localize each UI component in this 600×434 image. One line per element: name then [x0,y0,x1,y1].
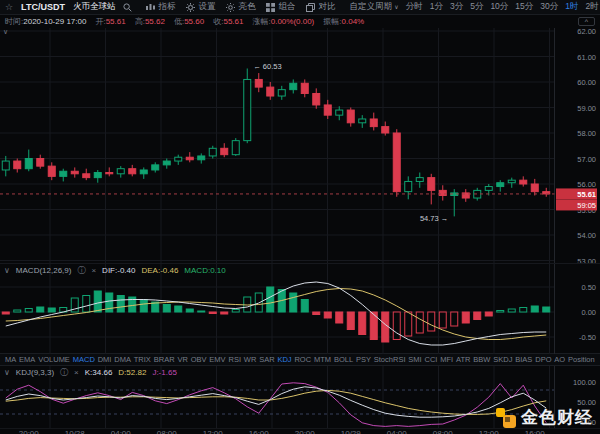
price-axis-label: 58.00 [577,129,596,138]
close-icon[interactable]: × [74,368,79,377]
ohlc-field: 收:55.61 [213,16,243,27]
macd-value: DIF:-0.40 [102,266,135,275]
tab-RSI[interactable]: RSI [228,355,241,364]
tab-ROC[interactable]: ROC [294,355,311,364]
exchange-name: 火币全球站 [73,1,116,13]
price-axis-label: 60.00 [577,78,596,87]
time-axis-label: 20:00 [19,429,39,434]
period-button-3分[interactable]: 3分 [450,1,463,13]
tab-EMA[interactable]: EMA [19,355,35,364]
ohlc-field-label: 振幅: [323,17,341,26]
tab-MACD[interactable]: MACD [73,355,95,364]
ohlc-field: 高:55.62 [135,16,165,27]
toolbar-kline-button[interactable]: 指标 [146,1,175,13]
tab-SKDJ[interactable]: SKDJ [493,355,512,364]
close-icon[interactable]: × [91,266,96,275]
kdj-header: ∨KDJ(9,3,3)ⓘ×K:34.66D:52.82J:-1.65 [4,367,177,378]
kdj-collapse-icon[interactable]: ∨ [4,368,10,377]
period-button-10分[interactable]: 10分 [490,1,508,13]
toolbar-sun-button[interactable]: 亮色 [226,1,255,13]
tab-OBV[interactable]: OBV [191,355,207,364]
toolbar-gear-button[interactable]: 设置 [186,1,215,13]
period-button-1时[interactable]: 1时 [565,1,578,13]
ohlc-field-value: 0.04% [342,17,365,26]
tab-StochRSI[interactable]: StochRSI [374,355,406,364]
chart-toolbar: ☆ LTC/USDT 火币全球站 指标设置亮色组合对比 自定义周期 ∨ 分时1分… [0,0,600,15]
macd-value: DEA:-0.46 [141,266,178,275]
toolbar-grid-button[interactable]: 组合 [266,1,295,13]
tab-BOLL[interactable]: BOLL [334,355,353,364]
tab-BRAR[interactable]: BRAR [154,355,175,364]
tab-SMI[interactable]: SMI [408,355,421,364]
current-price-tag: 55.61 [577,190,596,199]
tab-SAR[interactable]: SAR [259,355,274,364]
period-button-15分[interactable]: 15分 [515,1,533,13]
info-icon[interactable]: ⓘ [77,265,85,276]
period-button-2时[interactable]: 2时 [586,1,599,13]
kdj-value: D:52.82 [118,368,146,377]
collapse-panel-button[interactable]: ^ [578,17,595,26]
favorite-star-icon[interactable]: ☆ [5,2,13,12]
tab-MTM[interactable]: MTM [314,355,331,364]
price-axis-label: 59.00 [577,104,596,113]
chevron-down-icon: ∨ [394,4,398,10]
ohlc-field-value: 55.61 [223,17,243,26]
candlestick-chart-pane[interactable]: 62.0061.0060.0059.0058.0057.0056.0055.00… [0,28,600,263]
tab-EMV[interactable]: EMV [209,355,225,364]
period-button-1分[interactable]: 1分 [430,1,443,13]
tab-DPO[interactable]: DPO [535,355,551,364]
tab-KDJ[interactable]: KDJ [277,355,291,364]
tab-MFI[interactable]: MFI [440,355,453,364]
jinse-logo-icon [496,408,516,428]
compare-icon [306,3,315,12]
tab-DMA[interactable]: DMA [114,355,131,364]
j-line [6,383,547,427]
period-button-5分[interactable]: 5分 [470,1,483,13]
main-indicator-collapse-icon[interactable]: ∨ [3,28,8,36]
macd-title: MACD(12,26,9) [16,266,72,275]
ohlc-field: 时间:2020-10-29 17:00 [5,16,86,27]
price-axis-label: 62.00 [577,28,596,36]
tab-WR[interactable]: WR [244,355,257,364]
macd-collapse-icon[interactable]: ∨ [4,266,10,275]
search-icon[interactable] [123,3,132,12]
tab-PSY[interactable]: PSY [356,355,371,364]
tab-Position[interactable]: Position [568,355,595,364]
macd-value: MACD:0.10 [184,266,225,275]
ohlc-field: 低:55.60 [174,16,204,27]
tab-AO[interactable]: AO [554,355,565,364]
ohlc-field-value: 2020-10-29 17:00 [23,17,86,26]
period-button-分时[interactable]: 分时 [406,1,423,13]
tab-DMI[interactable]: DMI [98,355,112,364]
toolbar-button-label: 亮色 [238,1,255,13]
time-axis-label: 20:00 [295,429,315,434]
toolbar-compare-button[interactable]: 对比 [306,1,335,13]
ohlc-field-label: 时间: [5,17,23,26]
time-axis-label: 10/28 [65,429,85,434]
grid-icon [266,3,275,12]
info-icon[interactable]: ⓘ [60,367,68,378]
toolbar-button-label: 组合 [278,1,295,13]
tab-CCI[interactable]: CCI [425,355,438,364]
tab-ATR[interactable]: ATR [456,355,470,364]
tab-TRIX[interactable]: TRIX [134,355,151,364]
period-button-30分[interactable]: 30分 [540,1,558,13]
d-line [6,390,547,414]
ohlc-field-value: 55.62 [145,17,165,26]
ohlc-info-bar: 时间:2020-10-29 17:00开:55.61高:55.62低:55.60… [0,15,600,28]
macd-axis-label: -0.50 [579,333,596,342]
gear-icon [186,3,195,12]
tab-VOLUME[interactable]: VOLUME [38,355,70,364]
macd-pane[interactable]: 0.500.00-0.50 ∨MACD(12,26,9)ⓘ×DIF:-0.40D… [0,263,600,353]
ohlc-field-label: 开: [95,17,105,26]
tab-BBW[interactable]: BBW [473,355,490,364]
kdj-value: J:-1.65 [152,368,176,377]
ohlc-field: 振幅:0.04% [323,16,364,27]
tab-MA[interactable]: MA [5,355,16,364]
tab-VR[interactable]: VR [177,355,187,364]
time-axis-label: 10/29 [341,429,361,434]
tab-BIAS[interactable]: BIAS [515,355,532,364]
custom-period-dropdown[interactable]: 自定义周期 ∨ [349,1,398,13]
time-axis-label: 12:00 [479,429,499,434]
toolbar-button-label: 设置 [198,1,215,13]
